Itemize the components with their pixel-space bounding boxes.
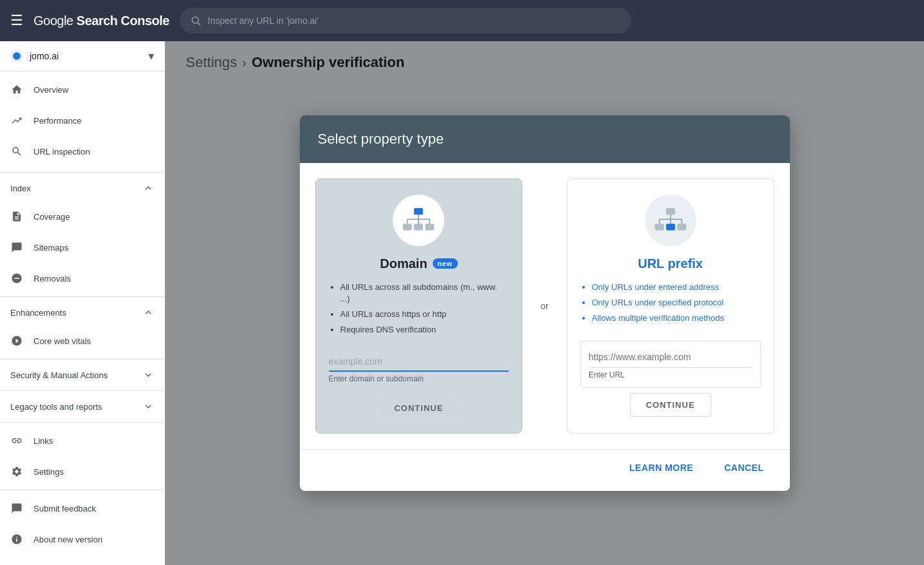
sidebar-label-url-inspection: URL inspection	[34, 147, 90, 157]
sidebar-item-performance[interactable]: Performance	[0, 105, 164, 136]
sidebar-label-settings: Settings	[34, 467, 64, 477]
links-icon	[10, 434, 23, 447]
sidebar-item-settings[interactable]: Settings	[0, 456, 164, 487]
domain-card: Domain new All URLs across all subdomain…	[315, 178, 523, 434]
sidebar-item-about-new-version[interactable]: About new version	[0, 524, 164, 555]
url-network-icon	[654, 207, 687, 234]
info-icon	[10, 533, 23, 546]
sidebar-label-about-new-version: About new version	[34, 535, 103, 544]
dialog-title: Select property type	[318, 131, 772, 148]
svg-rect-10	[414, 224, 423, 230]
or-divider: or	[538, 178, 551, 434]
removals-icon	[10, 272, 23, 285]
menu-icon[interactable]: ☰	[10, 12, 23, 29]
logo-text: Google Search Console	[34, 14, 170, 28]
learn-more-button[interactable]: LEARN MORE	[619, 457, 703, 478]
domain-new-badge: new	[433, 258, 458, 269]
search-nav-icon	[10, 145, 23, 158]
url-input-label: Enter URL	[589, 370, 752, 379]
property-name: jomo.ai	[30, 51, 142, 61]
sidebar-item-overview[interactable]: Overview	[0, 74, 164, 105]
cancel-button[interactable]: CANCEL	[714, 457, 774, 478]
topbar: ☰ Google Search Console	[0, 0, 924, 41]
domain-card-title: Domain	[380, 256, 427, 271]
sidebar-item-url-inspection[interactable]: URL inspection	[0, 136, 164, 167]
sidebar-item-submit-feedback[interactable]: Submit feedback	[0, 493, 164, 524]
modal-overlay: Select property type	[165, 41, 924, 565]
url-card-title-row: URL prefix	[638, 256, 703, 271]
sidebar-item-core-web-vitals[interactable]: Core web vitals	[0, 325, 164, 356]
feedback-icon	[10, 502, 23, 515]
divider-1	[0, 172, 164, 173]
sidebar-item-links[interactable]: Links	[0, 425, 164, 456]
dialog-header: Select property type	[300, 115, 790, 163]
sidebar-label-submit-feedback: Submit feedback	[34, 504, 96, 513]
sidebar-label-sitemaps: Sitemaps	[34, 243, 68, 253]
settings-icon	[10, 465, 23, 478]
svg-rect-12	[666, 208, 675, 215]
domain-input[interactable]	[329, 352, 509, 372]
select-property-dialog: Select property type	[300, 115, 790, 492]
index-section-header[interactable]: Index	[0, 175, 164, 201]
divider-5	[0, 422, 164, 423]
property-selector[interactable]: jomo.ai ▾	[0, 41, 164, 72]
main-content: Settings › Ownership verification Select…	[165, 41, 924, 565]
domain-continue-button[interactable]: CONTINUE	[378, 396, 459, 420]
domain-input-group: Enter domain or subdomain	[329, 352, 509, 383]
domain-input-label: Enter domain or subdomain	[329, 374, 509, 383]
enhancements-section-header[interactable]: Enhancements	[0, 300, 164, 325]
chevron-up-icon-2	[143, 307, 154, 318]
sidebar-label-core-web-vitals: Core web vitals	[34, 336, 91, 346]
search-icon	[190, 15, 201, 26]
svg-line-1	[198, 23, 201, 25]
domain-card-title-row: Domain new	[380, 256, 457, 271]
svg-rect-19	[666, 224, 675, 230]
main-nav: Overview Performance URL inspection	[0, 72, 164, 169]
url-continue-button[interactable]: CONTINUE	[630, 393, 711, 417]
divider-6	[0, 490, 164, 490]
url-card-bullets: Only URLs under entered address Only URL…	[580, 282, 761, 329]
url-icon-circle	[645, 195, 696, 246]
property-icon	[10, 50, 23, 62]
sidebar-item-removals[interactable]: Removals	[0, 263, 164, 294]
dialog-body: Domain new All URLs across all subdomain…	[300, 163, 790, 450]
security-section-label: Security & Manual Actions	[10, 370, 108, 380]
core-web-vitals-icon	[10, 334, 23, 347]
svg-point-2	[13, 52, 21, 60]
dialog-footer: LEARN MORE CANCEL	[300, 449, 790, 491]
sidebar-label-links: Links	[34, 436, 53, 446]
sidebar-item-sitemaps[interactable]: Sitemaps	[0, 232, 164, 263]
legacy-section-header[interactable]: Legacy tools and reports	[0, 394, 164, 419]
svg-point-0	[192, 17, 199, 23]
domain-icon-circle	[393, 195, 444, 246]
domain-bullet-1: All URLs across all subdomains (m., www.…	[340, 282, 509, 305]
divider-4	[0, 390, 164, 391]
svg-rect-20	[677, 224, 686, 230]
enhancements-section-label: Enhancements	[10, 308, 66, 318]
svg-rect-11	[426, 224, 435, 230]
sidebar-label-overview: Overview	[34, 85, 68, 95]
security-section-header[interactable]: Security & Manual Actions	[0, 362, 164, 388]
chevron-down-icon	[143, 369, 154, 381]
sitemaps-icon	[10, 241, 23, 254]
home-icon	[10, 83, 23, 96]
domain-network-icon	[402, 207, 435, 234]
url-bullet-1: Only URLs under entered address	[592, 282, 761, 293]
domain-card-bullets: All URLs across all subdomains (m., www.…	[329, 282, 509, 340]
trending-up-icon	[10, 114, 23, 127]
index-section-label: Index	[10, 184, 31, 193]
domain-bullet-2: All URLs across https or http	[340, 309, 509, 320]
search-input[interactable]	[208, 15, 621, 26]
property-dropdown-icon[interactable]: ▾	[148, 49, 154, 63]
domain-bullet-3: Requires DNS verification	[340, 324, 509, 336]
sidebar-item-coverage[interactable]: Coverage	[0, 201, 164, 232]
coverage-icon	[10, 210, 23, 223]
sidebar-label-removals: Removals	[34, 274, 71, 283]
divider-2	[0, 296, 164, 297]
search-bar[interactable]	[180, 8, 631, 34]
legacy-section-label: Legacy tools and reports	[10, 402, 102, 412]
svg-rect-18	[654, 224, 664, 230]
url-prefix-card: URL prefix Only URLs under entered addre…	[567, 178, 774, 434]
divider-3	[0, 359, 164, 359]
url-input[interactable]	[589, 349, 752, 368]
